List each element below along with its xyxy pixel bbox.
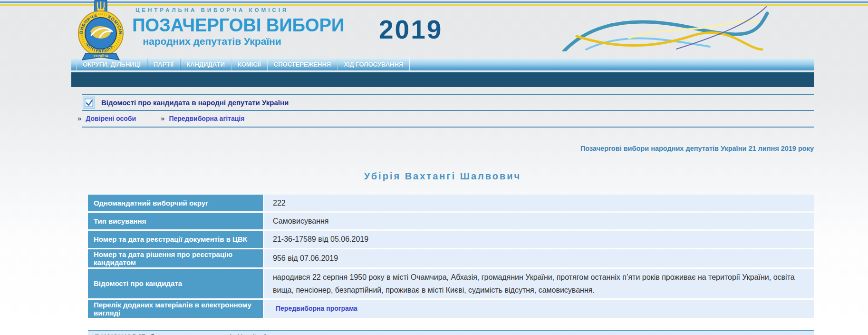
election-year: 2019 (379, 14, 443, 45)
candidate-info-table: Одномандатний виборчий округ 222 Тип вис… (88, 195, 814, 318)
nav-item-observation[interactable]: СПОСТЕРЕЖЕННЯ (267, 59, 337, 70)
nav-item-commissions[interactable]: КОМІСІЇ (231, 59, 267, 70)
table-row: Перелік доданих матеріалів в електронном… (88, 300, 814, 318)
row-value: Самовисування (264, 213, 814, 229)
double-chevron-icon: » (161, 114, 164, 122)
row-value: 222 (264, 195, 814, 211)
swoosh-icon (560, 4, 769, 51)
section-header: Відомості про кандидата в народні депута… (71, 95, 814, 110)
row-label: Одномандатний виборчий округ (88, 195, 263, 211)
site-title: ПОЗАЧЕРГОВІ ВИБОРИ (132, 16, 292, 34)
decorative-swoosh (560, 4, 769, 53)
row-label: Тип висування (88, 213, 263, 229)
nav-item-voting-progress[interactable]: ХІД ГОЛОСУВАННЯ (337, 59, 410, 70)
cec-name: ЦЕНТРАЛЬНА ВИБОРЧА КОМІСІЯ (132, 7, 292, 13)
main-content: Відомості про кандидата в народні депута… (71, 94, 814, 335)
row-label: Номер та дата реєстрації документів в ЦВ… (88, 231, 263, 247)
table-row: Номер та дата реєстрації документів в ЦВ… (88, 231, 814, 247)
main-nav: ОКРУГИ, ДІЛЬНИЦІ ПАРТІЇ КАНДИДАТИ КОМІСІ… (71, 59, 814, 71)
row-value: 956 від 07.06.2019 (264, 249, 814, 267)
double-chevron-icon: » (77, 114, 81, 122)
link-trusted-persons[interactable]: » Довірені особи (77, 114, 136, 122)
candidate-name-heading: Убірія Вахтангі Шалвович (71, 171, 814, 182)
cec-emblem-icon: ВИБОРЧА КОМІСІЯ ЦЕНТРАЛЬНА УКРАЇНА (72, 0, 129, 62)
link-label: Передвиборна агітація (169, 115, 244, 122)
row-value: 21-36-17589 від 05.06.2019 (264, 231, 814, 247)
row-label: Відомості про кандидата (88, 269, 263, 298)
row-label: Номер та дата рішення про реєстрацію кан… (88, 249, 263, 267)
table-row: Відомості про кандидата народився 22 сер… (88, 269, 814, 298)
row-value: Передвиборна програма (264, 300, 814, 318)
logo-ribbon-text: УКРАЇНА (93, 54, 108, 58)
cec-emblem-logo[interactable]: ВИБОРЧА КОМІСІЯ ЦЕНТРАЛЬНА УКРАЇНА (72, 0, 129, 62)
row-label: Перелік доданих матеріалів в електронном… (88, 300, 263, 318)
sub-links: » Довірені особи » Передвиборна агітація (71, 111, 814, 127)
ballot-checkbox-icon (83, 97, 95, 109)
flag-stripe-blue (0, 1, 868, 3)
link-label: Довірені особи (86, 115, 136, 122)
secondary-nav-bar (71, 72, 814, 87)
table-row: Тип висування Самовисування (88, 213, 814, 229)
nav-item-parties[interactable]: ПАРТІЇ (147, 59, 180, 70)
link-pre-election-agitation[interactable]: » Передвиборна агітація (161, 114, 244, 122)
page: ВИБОРЧА КОМІСІЯ ЦЕНТРАЛЬНА УКРАЇНА ЦЕНТР… (0, 0, 868, 335)
site-header: ЦЕНТРАЛЬНА ВИБОРЧА КОМІСІЯ ПОЗАЧЕРГОВІ В… (132, 7, 292, 47)
site-subtitle: народних депутатів України (132, 36, 292, 47)
page-title: Відомості про кандидата в народні депута… (101, 99, 289, 107)
page-footer: © WWW ІАС "Вибори народних депутатів Укр… (88, 330, 814, 335)
election-date-label: Позачергові вибори народних депутатів Ук… (71, 145, 814, 152)
row-value: народився 22 серпня 1950 року в місті Оч… (264, 269, 814, 298)
pre-election-program-link[interactable]: Передвиборна програма (273, 303, 357, 315)
table-row: Номер та дата рішення про реєстрацію кан… (88, 249, 814, 267)
nav-item-candidates[interactable]: КАНДИДАТИ (180, 59, 231, 70)
table-row: Одномандатний виборчий округ 222 (88, 195, 814, 211)
divider (82, 127, 814, 128)
copyright-text: © WWW ІАС "Вибори народних депутатів Укр… (94, 333, 266, 335)
